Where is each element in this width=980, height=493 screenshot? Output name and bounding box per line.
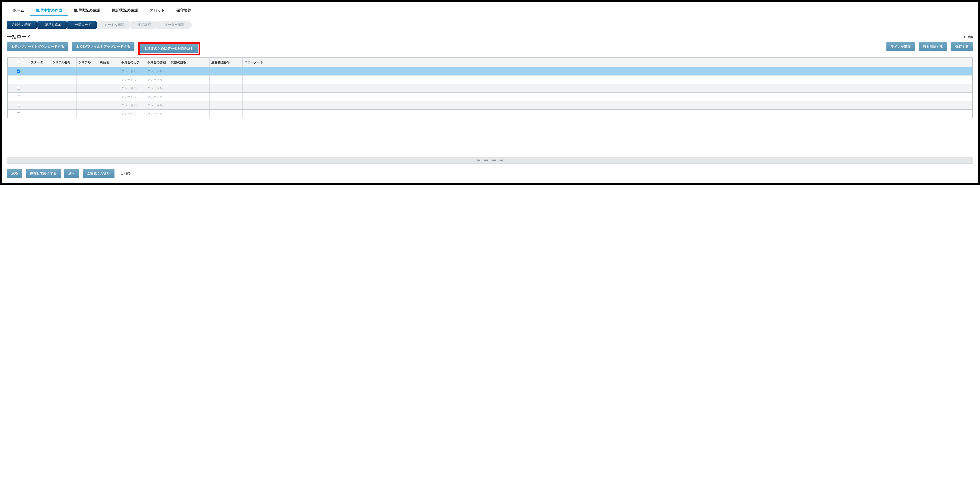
cell-product-name[interactable] xyxy=(98,84,119,93)
row-select-checkbox[interactable] xyxy=(17,78,20,81)
cell-serial-number[interactable] xyxy=(50,109,76,118)
row-select-checkbox[interactable] xyxy=(17,95,20,98)
table-row[interactable]: クレードルクレードル – イ... xyxy=(8,101,973,109)
cell-customer-ref[interactable] xyxy=(210,67,243,76)
delete-row-button[interactable]: 行を削除する xyxy=(919,42,947,51)
row-select-checkbox[interactable] xyxy=(17,104,20,107)
cell-issue-description[interactable] xyxy=(169,109,210,118)
please-note-button[interactable]: ご留意ください xyxy=(83,169,115,178)
cell-product-name[interactable] xyxy=(98,67,119,76)
cell-error-note[interactable] xyxy=(243,93,973,101)
cell-defect-detail[interactable]: クレードル – イ... xyxy=(145,101,169,109)
cell-has-serial[interactable] xyxy=(76,84,98,93)
cell-defect-category[interactable]: クレードル xyxy=(119,101,145,109)
cell-error-note[interactable] xyxy=(243,84,973,93)
cell-defect-category[interactable]: クレードル xyxy=(119,93,145,101)
cell-has-serial[interactable] xyxy=(76,93,98,101)
cell-customer-ref[interactable] xyxy=(210,76,243,84)
row-select-cell[interactable] xyxy=(8,101,29,109)
step-add-product[interactable]: 製品を追加 xyxy=(38,21,65,29)
cell-product-name[interactable] xyxy=(98,93,119,101)
cell-defect-detail[interactable]: クレードル – イ... xyxy=(145,84,169,93)
row-select-cell[interactable] xyxy=(8,84,29,93)
cell-defect-detail[interactable]: クレードル – イ... xyxy=(145,67,169,76)
step-review-cart[interactable]: カートを確認 xyxy=(97,21,129,29)
cell-issue-description[interactable] xyxy=(169,93,210,101)
row-select-checkbox[interactable] xyxy=(17,112,20,115)
cell-serial-number[interactable] xyxy=(50,84,76,93)
cell-serial-number[interactable] xyxy=(50,93,76,101)
cell-customer-ref[interactable] xyxy=(210,93,243,101)
back-button[interactable]: 戻る xyxy=(7,169,22,178)
pager-first-icon[interactable]: ⏮ xyxy=(477,159,480,162)
cell-defect-detail[interactable]: クレードル – イ... xyxy=(145,109,169,118)
cell-defect-category[interactable]: クレードル xyxy=(119,109,145,118)
step-payment-detail[interactable]: 支払詳細 xyxy=(130,21,155,29)
pager-next-icon[interactable]: ▶▶ xyxy=(492,159,496,162)
row-select-cell[interactable] xyxy=(8,67,29,76)
upload-csv-button[interactable]: 2. CSVファイルをアップロードする xyxy=(72,42,134,51)
next-button[interactable]: 次へ xyxy=(64,169,80,178)
step-order-confirm[interactable]: オーダー確認 xyxy=(157,21,189,29)
table-row[interactable]: クレードルクレードル – イ... xyxy=(8,93,973,101)
select-all-checkbox[interactable] xyxy=(17,61,20,64)
add-line-button[interactable]: ラインを追加 xyxy=(886,42,915,51)
cell-error-note[interactable] xyxy=(243,109,973,118)
cell-issue-description[interactable] xyxy=(169,76,210,84)
cell-status-flag[interactable] xyxy=(29,109,50,118)
row-select-checkbox[interactable] xyxy=(17,87,20,90)
pager-prev-icon[interactable]: ◀◀ xyxy=(484,159,488,162)
cell-serial-number[interactable] xyxy=(50,67,76,76)
cell-has-serial[interactable] xyxy=(76,109,98,118)
cell-issue-description[interactable] xyxy=(169,84,210,93)
cell-product-name[interactable] xyxy=(98,76,119,84)
cell-has-serial[interactable] xyxy=(76,76,98,84)
row-select-cell[interactable] xyxy=(8,93,29,101)
cell-status-flag[interactable] xyxy=(29,76,50,84)
cell-error-note[interactable] xyxy=(243,67,973,76)
table-row[interactable]: クレードルクレードル – イ... xyxy=(8,109,973,118)
step-bulk-load[interactable]: 一括ロード xyxy=(67,21,95,29)
cell-error-note[interactable] xyxy=(243,101,973,109)
cell-issue-description[interactable] xyxy=(169,101,210,109)
cell-serial-number[interactable] xyxy=(50,76,76,84)
cell-product-name[interactable] xyxy=(98,101,119,109)
cell-status-flag[interactable] xyxy=(29,101,50,109)
row-select-checkbox[interactable] xyxy=(17,70,20,73)
cell-product-name[interactable] xyxy=(98,109,119,118)
cell-defect-category[interactable]: クレードル xyxy=(119,76,145,84)
cell-customer-ref[interactable] xyxy=(210,101,243,109)
save-exit-button[interactable]: 保存して終了する xyxy=(25,169,61,178)
cell-status-flag[interactable] xyxy=(29,93,50,101)
load-data-for-order-button[interactable]: 3.注文のためにデータを読み込む xyxy=(140,44,198,53)
download-template-button[interactable]: 1.テンプレートをダウンロードする xyxy=(7,42,68,51)
tab-home[interactable]: ホーム xyxy=(7,6,30,16)
row-select-cell[interactable] xyxy=(8,76,29,84)
cell-defect-category[interactable]: クレードル xyxy=(119,67,145,76)
tab-maintenance-contract[interactable]: 保守契約 xyxy=(170,6,197,16)
cell-status-flag[interactable] xyxy=(29,67,50,76)
cell-customer-ref[interactable] xyxy=(210,84,243,93)
tab-repair-status[interactable]: 修理状況の確認 xyxy=(68,6,106,16)
row-select-cell[interactable] xyxy=(8,109,29,118)
col-header-select-all[interactable] xyxy=(8,58,29,67)
tab-asset[interactable]: アセット xyxy=(144,6,170,16)
cell-has-serial[interactable] xyxy=(76,67,98,76)
step-return-detail[interactable]: 返却先の詳細 xyxy=(7,21,36,29)
cell-defect-category[interactable]: クレードル xyxy=(119,84,145,93)
cell-defect-detail[interactable]: クレードル – イ... xyxy=(145,93,169,101)
cell-has-serial[interactable] xyxy=(76,101,98,109)
table-row[interactable]: クレードルクレードル – イ... xyxy=(8,67,973,76)
pager-last-icon[interactable]: ⏭ xyxy=(500,159,503,162)
tab-create-repair-order[interactable]: 修理注文の作成 xyxy=(30,6,68,16)
cell-issue-description[interactable] xyxy=(169,67,210,76)
cell-defect-detail[interactable]: クレードル – イ... xyxy=(145,76,169,84)
cell-status-flag[interactable] xyxy=(29,84,50,93)
cell-error-note[interactable] xyxy=(243,76,973,84)
cell-serial-number[interactable] xyxy=(50,101,76,109)
cell-customer-ref[interactable] xyxy=(210,109,243,118)
table-row[interactable]: クレードルクレードル – イ... xyxy=(8,76,973,84)
table-row[interactable]: クレードルクレードル – イ... xyxy=(8,84,973,93)
save-button[interactable]: 保存する xyxy=(951,42,973,51)
tab-warranty-status[interactable]: 保証状況の確認 xyxy=(106,6,144,16)
